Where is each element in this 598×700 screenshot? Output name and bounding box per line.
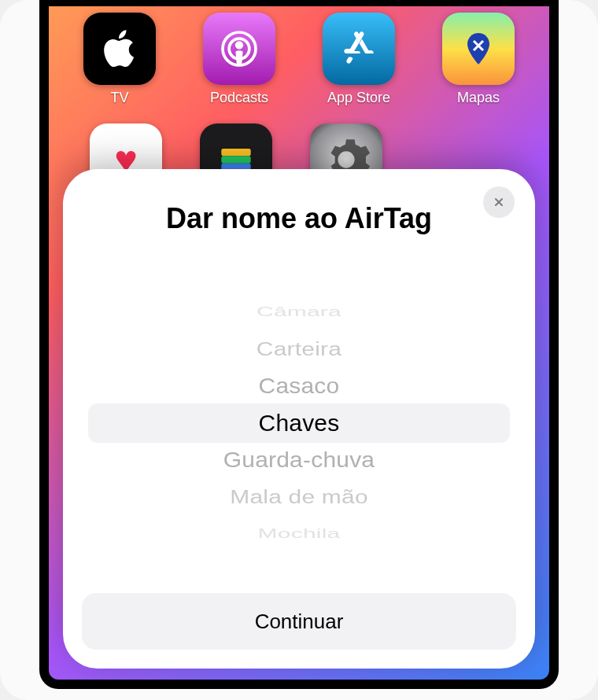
svg-rect-4 (221, 156, 250, 163)
podcasts-icon (203, 13, 275, 85)
canvas: TV Podcasts App Store (0, 0, 598, 700)
picker-item[interactable]: Mala de mão (230, 482, 368, 511)
sheet-title: Dar nome ao AirTag (82, 202, 516, 235)
continue-button[interactable]: Continuar (82, 593, 516, 650)
phone-screen: TV Podcasts App Store (49, 6, 549, 680)
app-label: App Store (327, 90, 390, 106)
app-row-1: TV Podcasts App Store (80, 13, 518, 106)
app-appstore[interactable]: App Store (319, 13, 398, 106)
app-label: Mapas (457, 90, 500, 106)
app-tv[interactable]: TV (80, 13, 159, 106)
app-label: Podcasts (210, 90, 268, 106)
app-podcasts[interactable]: Podcasts (200, 13, 279, 106)
picker-item[interactable]: Casaco (259, 369, 340, 403)
close-button[interactable] (483, 186, 515, 218)
svg-rect-3 (221, 149, 250, 156)
name-picker[interactable]: Câmara Carteira Casaco Chaves Guarda-chu… (82, 267, 516, 579)
appstore-icon (323, 13, 395, 85)
picker-item[interactable]: Carteira (257, 334, 341, 363)
app-label: TV (110, 90, 128, 106)
app-maps[interactable]: Mapas (439, 13, 518, 106)
picker-item[interactable]: Mochila (258, 524, 341, 544)
phone-frame: TV Podcasts App Store (39, 0, 559, 689)
close-icon (493, 196, 505, 208)
picker-items: Câmara Carteira Casaco Chaves Guarda-chu… (82, 293, 516, 552)
maps-icon (442, 13, 515, 85)
picker-item[interactable]: Câmara (257, 302, 341, 322)
continue-label: Continuar (255, 610, 344, 634)
name-airtag-sheet: Dar nome ao AirTag Câmara Carteira Casac… (63, 169, 535, 669)
picker-item-selected[interactable]: Chaves (259, 404, 340, 441)
svg-point-2 (235, 41, 243, 49)
apple-tv-icon (83, 13, 156, 85)
home-screen: TV Podcasts App Store (49, 6, 549, 196)
picker-item[interactable]: Guarda-chuva (223, 443, 375, 477)
